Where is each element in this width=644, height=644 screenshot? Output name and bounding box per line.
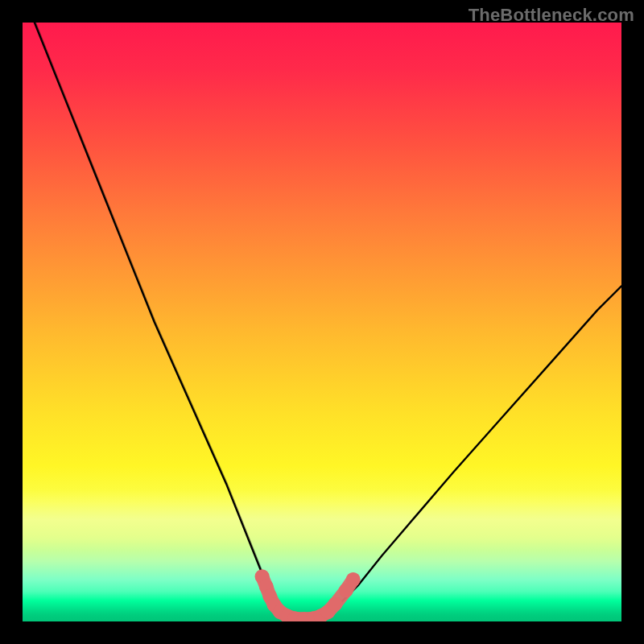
bottleneck-curve bbox=[35, 23, 621, 621]
plot-area bbox=[23, 23, 621, 621]
bottleneck-curve-shadow bbox=[35, 23, 621, 621]
chart-frame: TheBottleneck.com bbox=[0, 0, 644, 644]
trough-marker-dot bbox=[346, 572, 361, 587]
watermark-text: TheBottleneck.com bbox=[469, 5, 634, 26]
trough-marker-dot bbox=[328, 597, 342, 611]
curve-layer bbox=[23, 23, 621, 621]
